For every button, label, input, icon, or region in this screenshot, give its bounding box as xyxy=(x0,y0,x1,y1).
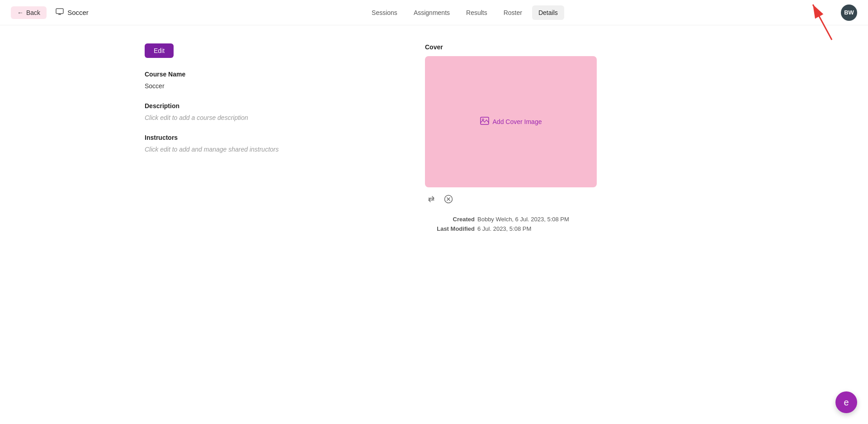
modified-value: 6 Jul. 2023, 5:08 PM xyxy=(477,225,531,232)
nav-results[interactable]: Results xyxy=(460,5,494,20)
course-breadcrumb: Soccer xyxy=(56,8,89,17)
cover-label: Cover xyxy=(425,43,597,51)
created-value: Bobby Welch, 6 Jul. 2023, 5:08 PM xyxy=(477,216,569,223)
back-label: Back xyxy=(26,9,40,16)
created-row: Created Bobby Welch, 6 Jul. 2023, 5:08 P… xyxy=(425,216,597,223)
header-left: ← Back Soccer xyxy=(11,6,89,19)
instructors-section: Instructors Click edit to add and manage… xyxy=(145,134,371,153)
left-panel: Edit Course Name Soccer Description Clic… xyxy=(145,43,371,232)
modified-key: Last Modified xyxy=(425,225,475,232)
edit-button[interactable]: Edit xyxy=(145,43,174,58)
description-placeholder: Click edit to add a course description xyxy=(145,114,371,121)
remove-cover-button[interactable] xyxy=(442,193,455,208)
course-title: Soccer xyxy=(67,9,89,16)
created-key: Created xyxy=(425,216,475,223)
instructors-placeholder: Click edit to add and manage shared inst… xyxy=(145,146,371,153)
course-name-value: Soccer xyxy=(145,82,371,90)
nav-roster[interactable]: Roster xyxy=(497,5,528,20)
description-section: Description Click edit to add a course d… xyxy=(145,102,371,121)
replace-cover-button[interactable] xyxy=(425,193,438,208)
header-right: BW xyxy=(841,5,857,21)
nav-details[interactable]: Details xyxy=(532,5,564,20)
cover-image-area[interactable]: Add Cover Image xyxy=(425,56,597,187)
nav-links: Sessions Assignments Results Roster Deta… xyxy=(365,5,564,20)
course-name-label: Course Name xyxy=(145,71,371,78)
add-cover-label: Add Cover Image xyxy=(493,118,542,125)
right-panel: Cover Add Cover Image xyxy=(425,43,597,232)
back-arrow-icon: ← xyxy=(17,9,24,16)
avatar[interactable]: BW xyxy=(841,5,857,21)
fab-button[interactable]: e xyxy=(835,391,857,413)
meta-info: Created Bobby Welch, 6 Jul. 2023, 5:08 P… xyxy=(425,216,597,232)
header: ← Back Soccer Sessions Assignments Resul… xyxy=(0,0,868,25)
instructors-label: Instructors xyxy=(145,134,371,141)
modified-row: Last Modified 6 Jul. 2023, 5:08 PM xyxy=(425,225,597,232)
image-icon xyxy=(480,117,489,127)
cover-actions xyxy=(425,193,597,208)
nav-sessions[interactable]: Sessions xyxy=(365,5,404,20)
add-cover-image-button[interactable]: Add Cover Image xyxy=(480,117,542,127)
nav-assignments[interactable]: Assignments xyxy=(407,5,456,20)
description-label: Description xyxy=(145,102,371,110)
main-content: Edit Course Name Soccer Description Clic… xyxy=(0,25,868,250)
course-name-section: Course Name Soccer xyxy=(145,71,371,90)
back-button[interactable]: ← Back xyxy=(11,6,47,19)
svg-rect-0 xyxy=(56,9,63,14)
course-icon xyxy=(56,8,64,17)
svg-point-6 xyxy=(482,119,484,120)
